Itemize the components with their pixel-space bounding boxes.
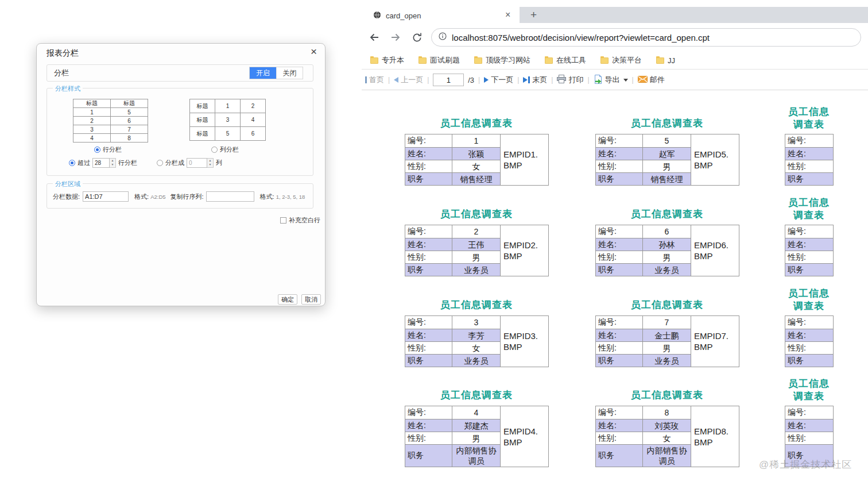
folder-icon xyxy=(370,57,378,64)
radio-icon[interactable] xyxy=(211,147,218,153)
cell-label: 性别: xyxy=(596,342,643,355)
preview-cell: 标题 xyxy=(190,127,215,141)
cell-value: 男 xyxy=(452,432,501,445)
report-card: 员工信息调查表编号:8EMPID8.BMP姓名:刘英玫性别:女职务内部销售协调员 xyxy=(595,406,739,467)
cell-label: 编号: xyxy=(596,316,643,329)
preview-cell: 4 xyxy=(73,134,111,143)
url-text[interactable]: localhost:8075/webroot/decision/view/rep… xyxy=(452,33,710,43)
cell-label: 职务 xyxy=(785,264,834,276)
last-page-icon xyxy=(523,76,530,83)
cell-label: 职务 xyxy=(596,445,643,467)
cell-image-name: EMPID8.BMP xyxy=(691,406,739,467)
address-bar[interactable]: localhost:8075/webroot/decision/view/rep… xyxy=(431,28,861,47)
report-card-title: 员工信息调查表 xyxy=(595,207,739,221)
cell-value: 男 xyxy=(643,160,691,173)
cell-value: 业务员 xyxy=(643,264,691,276)
folder-icon xyxy=(656,57,664,64)
cell-label: 性别: xyxy=(596,160,643,173)
bookmark-item[interactable]: 决策平台 xyxy=(600,55,642,66)
cell-image-name: EMPID6.BMP xyxy=(691,225,739,276)
employee-table: 编号:6EMPID6.BMP姓名:孙林性别:男职务业务员 xyxy=(595,225,739,276)
spinner[interactable]: ▲▼ xyxy=(207,158,214,168)
col-split-radio[interactable]: 列分栏 xyxy=(211,144,239,154)
page-number-input[interactable] xyxy=(433,74,464,86)
over-rows-radio[interactable] xyxy=(69,160,75,166)
report-card-title: 员工信息调查表 xyxy=(786,106,832,131)
cell-value: 3 xyxy=(452,316,501,329)
copy-row-seq-input[interactable] xyxy=(206,191,254,202)
cell-value: 刘英玫 xyxy=(643,419,691,432)
bookmark-label: 专升本 xyxy=(382,55,404,66)
cell-image-name: EMPID5.BMP xyxy=(691,134,739,186)
row-split-radio[interactable]: 行分栏 xyxy=(94,144,122,154)
cell-label: 性别: xyxy=(785,160,834,173)
cell-label: 姓名: xyxy=(405,329,452,342)
split-style-box: 分栏样式 标题标题15263748 标题12标题34标题56 行分栏 列分栏 超… xyxy=(46,88,313,176)
radio-icon[interactable] xyxy=(94,147,100,153)
cell-value: 赵军 xyxy=(643,148,691,160)
new-tab-icon[interactable]: + xyxy=(530,9,537,21)
employee-table: 编号:姓名:性别:职务 xyxy=(785,225,834,276)
toggle-on-button[interactable]: 开启 xyxy=(250,67,276,79)
cell-label: 职务 xyxy=(596,355,643,367)
first-page-button[interactable]: 首页 xyxy=(365,75,384,85)
close-icon[interactable]: × xyxy=(311,46,317,57)
cell-label: 姓名: xyxy=(405,148,452,160)
last-page-button[interactable]: 末页 xyxy=(523,75,547,85)
reload-icon[interactable] xyxy=(410,30,424,44)
split-into-input[interactable] xyxy=(187,158,207,168)
cancel-button[interactable]: 取消 xyxy=(301,294,321,305)
cell-value: 女 xyxy=(643,432,691,445)
bookmark-item[interactable]: JJ xyxy=(656,56,675,65)
over-rows-input[interactable] xyxy=(92,158,110,168)
cell-label: 职务 xyxy=(596,264,643,276)
preview-cell: 3 xyxy=(73,125,111,134)
toggle-off-button[interactable]: 关闭 xyxy=(276,67,303,79)
bookmark-item[interactable]: 顶级学习网站 xyxy=(474,55,530,66)
cell-value: 金士鹏 xyxy=(643,329,691,342)
spinner[interactable]: ▲▼ xyxy=(110,158,116,168)
designer-panel: 报表分栏 × 分栏 开启 关闭 分栏样式 标题标题15263748 标题12标题… xyxy=(0,0,362,485)
cell-value: 7 xyxy=(643,316,691,329)
export-button[interactable]: 导出 xyxy=(594,75,628,86)
cell-value: 业务员 xyxy=(452,355,501,367)
tab-close-icon[interactable]: × xyxy=(505,10,510,20)
bookmark-item[interactable]: 面试刷题 xyxy=(418,55,460,66)
preview-cell: 1 xyxy=(215,99,241,113)
checkbox-icon[interactable] xyxy=(280,217,286,224)
cell-label: 姓名: xyxy=(785,329,834,342)
folder-icon xyxy=(418,57,427,64)
print-button[interactable]: 打印 xyxy=(557,75,583,85)
employee-table: 编号:4EMPID4.BMP姓名:郑建杰性别:男职务内部销售协调员 xyxy=(405,406,549,467)
report-card-title: 员工信息调查表 xyxy=(405,207,548,221)
cell-value: 男 xyxy=(452,251,501,264)
tab-title[interactable]: card_open xyxy=(386,11,421,20)
cell-value: 男 xyxy=(643,251,691,264)
cell-label: 职务 xyxy=(405,355,452,367)
report-card: 员工信息调查表编号:1EMPID1.BMP姓名:张颖性别:女职务销售经理 xyxy=(405,134,549,186)
split-data-input[interactable] xyxy=(83,191,129,202)
navigation-bar: localhost:8075/webroot/decision/view/rep… xyxy=(362,23,868,52)
forward-icon[interactable] xyxy=(389,30,402,44)
prev-page-button[interactable]: 上一页 xyxy=(394,75,423,85)
cell-label: 职务 xyxy=(785,173,834,186)
ok-button[interactable]: 确定 xyxy=(278,294,297,305)
cell-label: 性别: xyxy=(596,432,643,445)
bookmark-item[interactable]: 专升本 xyxy=(370,55,404,66)
dialog-title: 报表分栏 xyxy=(46,48,79,59)
bookmark-item[interactable]: 在线工具 xyxy=(545,55,586,66)
cell-label: 姓名: xyxy=(596,419,643,432)
divider: | xyxy=(478,76,480,84)
divider: | xyxy=(388,76,390,84)
back-icon[interactable] xyxy=(367,30,381,44)
split-into-radio[interactable] xyxy=(157,160,163,166)
next-page-button[interactable]: 下一页 xyxy=(484,75,513,85)
cell-label: 性别: xyxy=(405,160,452,173)
info-icon[interactable] xyxy=(439,32,447,43)
row-split-preview-table: 标题标题15263748 xyxy=(73,99,148,143)
fill-blank-row-option[interactable]: 补充空白行 xyxy=(280,216,320,225)
preview-cell: 6 xyxy=(111,117,148,125)
printer-icon xyxy=(557,75,566,85)
cell-label: 性别: xyxy=(405,342,452,355)
mail-button[interactable]: 邮件 xyxy=(638,75,665,85)
